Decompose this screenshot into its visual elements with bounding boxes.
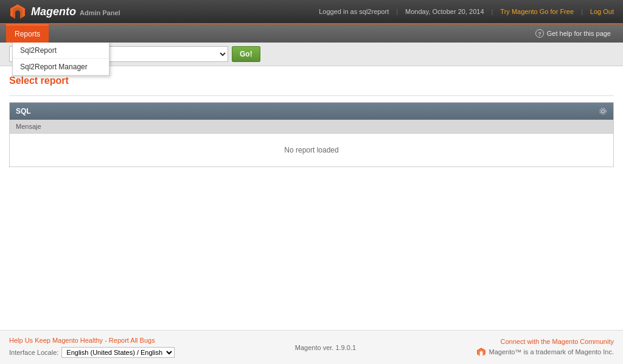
svg-marker-0: [10, 4, 25, 18]
header-right: Logged in as sql2report | Monday, Octobe…: [319, 8, 614, 15]
sql-table-body: No report loaded: [10, 134, 613, 167]
logout-link[interactable]: Log Out: [590, 8, 614, 15]
reports-nav-item[interactable]: Reports Sql2Report Sql2Report Manager: [6, 24, 49, 43]
svg-marker-6: [477, 348, 486, 355]
magento-logo-icon: [9, 3, 26, 20]
footer-magento-icon: [476, 347, 486, 357]
navbar: Reports Sql2Report Sql2Report Manager ? …: [0, 24, 623, 43]
main-content: Select report SQL Mensaje No report load…: [0, 66, 623, 330]
mensaje-label: Mensaje: [16, 123, 41, 130]
svg-text:?: ?: [538, 31, 541, 37]
locale-select[interactable]: English (United States) / English: [61, 347, 175, 358]
svg-point-5: [600, 108, 606, 114]
footer-logo: Magento™ is a trademark of Magento Inc.: [476, 347, 614, 357]
reports-dropdown: Sql2Report Sql2Report Manager: [12, 43, 110, 76]
sql-table: SQL Mensaje No report loaded: [9, 102, 614, 167]
user-info: Logged in as sql2report: [319, 8, 389, 15]
header: MagentoAdmin Panel Logged in as sql2repo…: [0, 0, 623, 24]
locale-container: Interface Locale: English (United States…: [9, 347, 175, 358]
try-magento-link[interactable]: Try Magento Go for Free: [500, 8, 574, 15]
locale-label: Interface Locale:: [9, 349, 58, 356]
help-link[interactable]: ? Get help for this page: [529, 24, 617, 43]
sql-table-subheader: Mensaje: [10, 120, 613, 134]
date-info: Monday, October 20, 2014: [405, 8, 484, 15]
table-settings-icon[interactable]: [599, 107, 607, 115]
sql2report-manager-menu-item[interactable]: Sql2Report Manager: [13, 59, 109, 75]
reports-nav-label: Reports: [15, 30, 40, 38]
go-button[interactable]: Go!: [232, 46, 260, 62]
svg-point-4: [602, 110, 605, 113]
no-report-message: No report loaded: [284, 146, 338, 154]
help-icon: ?: [535, 29, 544, 38]
footer-right: Connect with the Magento Community Magen…: [476, 338, 614, 357]
header-logo: MagentoAdmin Panel: [9, 3, 120, 20]
sql-label: SQL: [16, 107, 31, 115]
help-text: Get help for this page: [547, 30, 611, 37]
sql2report-menu-item[interactable]: Sql2Report: [13, 43, 109, 59]
bug-report-link[interactable]: Help Us Keep Magento Healthy - Report Al…: [9, 337, 175, 344]
community-link[interactable]: Connect with the Magento Community: [501, 338, 614, 345]
footer: Help Us Keep Magento Healthy - Report Al…: [0, 330, 623, 364]
logo-text: MagentoAdmin Panel: [31, 5, 120, 18]
footer-version: Magento ver. 1.9.0.1: [295, 344, 356, 351]
select-report-title: Select report: [9, 75, 614, 86]
footer-left: Help Us Keep Magento Healthy - Report Al…: [9, 337, 175, 358]
sql-table-header: SQL: [10, 103, 613, 120]
trademark-text: Magento™ is a trademark of Magento Inc.: [489, 348, 614, 355]
